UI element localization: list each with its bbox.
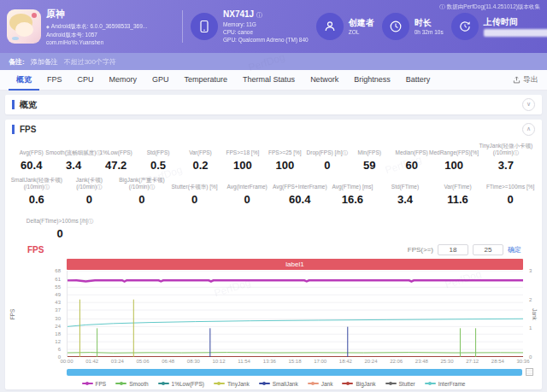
tab-8[interactable]: Network <box>303 70 346 91</box>
person-icon <box>316 13 344 40</box>
tab-5[interactable]: GPU <box>144 70 177 91</box>
section-accent <box>12 100 15 109</box>
stat-cell: Avg(FPS+InterFrame)60.4 <box>274 176 326 206</box>
stat-label: Median(FPS) <box>392 142 431 156</box>
stat-cell: FTime>=100ms [%]0 <box>484 176 537 206</box>
upload-time-label: 上传时间 <box>484 17 547 27</box>
chart-plot-area[interactable] <box>67 271 523 357</box>
chevron-up-icon[interactable]: ∧ <box>522 123 535 136</box>
history-icon <box>451 13 479 40</box>
y-axis-tick: 37 <box>55 307 61 313</box>
export-icon <box>513 76 521 84</box>
x-axis-tick: 17:00 <box>314 359 326 364</box>
note-bar: 备注: 添加备注 不超过300个字符 <box>0 53 547 70</box>
stat-value: 0 <box>117 193 167 206</box>
stat-label: 1%Low(FPS) <box>97 142 135 156</box>
tab-10[interactable]: Battery <box>398 70 438 91</box>
chevron-down-icon[interactable]: ∨ <box>522 98 535 111</box>
y-axis-tick: 6 <box>58 347 61 352</box>
stat-label: Delta(FTime)>100ms [/h]ⓘ <box>12 210 108 225</box>
stat-cell: Min(FPS)59 <box>349 142 391 172</box>
export-button[interactable]: 导出 <box>513 74 538 85</box>
legend-item-InterFrame[interactable]: InterFrame <box>425 381 466 387</box>
x-axis-tick: 27:12 <box>466 359 479 364</box>
stat-value: 60.4 <box>12 159 50 172</box>
device-memory: Memory: 11G <box>223 20 309 28</box>
stat-cell: Median(FPS)60 <box>391 142 432 172</box>
chart-scrollbar[interactable] <box>67 369 522 376</box>
stat-value: 0 <box>485 193 535 206</box>
android-icon: ◆ <box>46 24 50 29</box>
report-header: 原神 ◆Android版本名: 6.0.0_36598533_369... An… <box>0 0 547 53</box>
stat-label: SmallJank(轻微卡顿)(/10min)ⓘ <box>12 176 62 190</box>
legend-marker <box>259 383 270 384</box>
legend-item-Smooth[interactable]: Smooth <box>115 381 148 387</box>
series-InterFrame <box>68 319 523 326</box>
x-axis-tick: 05:06 <box>136 359 149 364</box>
legend-label: FPS <box>96 381 107 387</box>
legend-label: Stutter <box>399 381 415 387</box>
stat-cell: Var(FTime)11.6 <box>432 176 485 206</box>
x-axis-tick: 03:24 <box>111 359 124 364</box>
stat-label: Std(FTime) <box>380 176 430 190</box>
fps-threshold-input-1[interactable] <box>438 244 468 255</box>
stat-label: TinyJank(轻微小卡顿)(/10min)ⓘ <box>477 142 535 156</box>
stat-label: FPS>=18 [%] <box>223 142 262 156</box>
stat-cell: Var(FPS)0.2 <box>179 142 221 172</box>
y-axis-left-title: FPS <box>9 308 15 319</box>
legend-item-TinyJank[interactable]: TinyJank <box>214 381 250 387</box>
chart-region-band[interactable]: label1 <box>67 259 523 270</box>
legend-item-1%Low(FPS)[interactable]: 1%Low(FPS) <box>158 381 204 387</box>
tab-6[interactable]: Temperature <box>177 70 236 91</box>
metric-tab-bar: 概览FPSCPUMemoryGPUTemperatureThermal Stat… <box>0 70 547 91</box>
duration-value: 0h 32m 10s <box>415 28 444 36</box>
series-Smooth <box>68 353 523 354</box>
app-version-name: ◆Android版本名: 6.0.0_36598533_369... <box>46 22 147 31</box>
legend-item-BigJank[interactable]: BigJank <box>342 381 375 387</box>
device-info-icon[interactable]: ⓘ <box>256 12 262 18</box>
stat-label: Stutter(卡顿率) [%] <box>170 176 220 190</box>
tab-1[interactable]: 概览 <box>9 70 39 91</box>
upload-time-value-redacted <box>484 29 547 37</box>
fps-chart: FPS 0612182430374349556168 Jank 0123 <box>5 271 542 357</box>
device-name: NX741J ⓘ <box>223 9 309 20</box>
tab-7[interactable]: Thermal Status <box>235 70 303 91</box>
legend-item-SmallJank[interactable]: SmallJank <box>259 381 298 387</box>
y-axis-left-ticks: FPS 0612182430374349556168 <box>5 271 65 357</box>
legend-marker <box>214 383 225 384</box>
stat-value: 0 <box>65 193 115 206</box>
stat-value: 0.2 <box>181 159 220 172</box>
stat-label: FPS>=25 [%] <box>266 142 304 156</box>
stat-value: 0 <box>12 227 108 240</box>
tab-9[interactable]: Brightness <box>346 70 398 91</box>
legend-item-FPS[interactable]: FPS <box>82 381 107 387</box>
tab-2[interactable]: FPS <box>39 70 70 91</box>
tab-3[interactable]: CPU <box>70 70 102 91</box>
scrollbar-grid-icon[interactable] <box>526 368 533 376</box>
fps-threshold-input-2[interactable] <box>473 244 503 255</box>
add-note-button[interactable]: 添加备注 <box>31 57 58 67</box>
y-axis-right-ticks: Jank 0123 <box>525 271 542 357</box>
legend-label: TinyJank <box>227 381 250 387</box>
stat-value: 3.4 <box>54 159 92 172</box>
legend-item-Stutter[interactable]: Stutter <box>385 381 415 387</box>
stat-value: 0 <box>170 193 220 206</box>
stat-cell: 1%Low(FPS)47.2 <box>95 142 137 172</box>
x-axis-tick: 10:12 <box>212 359 225 364</box>
stat-value: 0.5 <box>138 159 177 172</box>
overview-section-title: 概览 <box>20 99 37 111</box>
y-axis-tick: 1 <box>529 325 532 331</box>
series-FPS <box>68 280 523 281</box>
duration-label: 时长 <box>415 18 444 28</box>
legend-item-Jank[interactable]: Jank <box>308 381 333 387</box>
chart-scroll-row <box>67 369 533 377</box>
duration-block: 时长 0h 32m 10s <box>382 13 444 40</box>
legend-label: 1%Low(FPS) <box>172 381 204 387</box>
confirm-threshold-button[interactable]: 确定 <box>508 245 521 255</box>
tab-4[interactable]: Memory <box>102 70 145 91</box>
legend-marker <box>425 383 436 384</box>
section-accent <box>12 125 15 134</box>
x-axis-tick: 08:30 <box>187 359 200 364</box>
stat-label: Avg(FPS+InterFrame) <box>275 176 325 190</box>
app-version-code: Android版本号: 1057 <box>46 31 147 38</box>
